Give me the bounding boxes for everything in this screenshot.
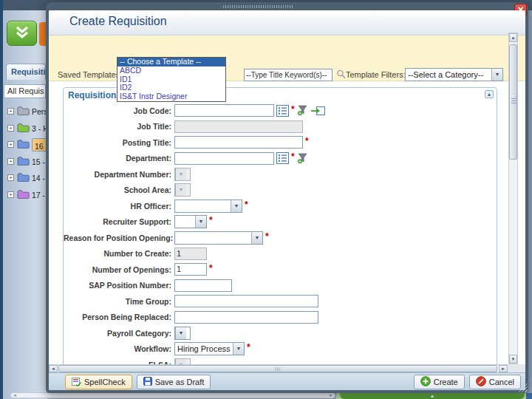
select-value bbox=[175, 216, 195, 228]
field-label: Person Being Replaced: bbox=[64, 313, 171, 321]
tree-item-label[interactable]: 15 - bbox=[32, 154, 45, 170]
dialog-drag-handle[interactable] bbox=[223, 5, 293, 8]
quick-actions-button[interactable] bbox=[7, 21, 37, 46]
requisition-form-area: Requisition Information ▲ Job Code:*Job … bbox=[49, 81, 525, 364]
requisitions-filter-select[interactable]: All Requis bbox=[4, 84, 46, 98]
select-value: Hiring Process bbox=[175, 343, 233, 355]
field-label: Posting Title: bbox=[64, 138, 171, 147]
bottom-dock-expand-tab[interactable]: ▲ bbox=[340, 393, 525, 399]
chevron-down-icon[interactable]: ▼ bbox=[491, 69, 502, 81]
chevron-down-icon[interactable]: ▼ bbox=[231, 200, 242, 212]
lookup-list-icon[interactable] bbox=[276, 152, 289, 164]
field-label: Reason for Position Opening: bbox=[64, 233, 171, 242]
chevron-down-icon[interactable]: ▼ bbox=[195, 216, 206, 228]
field-input[interactable] bbox=[174, 152, 274, 165]
field-label: Department Number: bbox=[64, 170, 171, 179]
template-filters-select[interactable]: --Select a Category-- ▼ bbox=[405, 68, 503, 81]
title-keyword-input[interactable]: --Type Title Keyword(s)-- bbox=[244, 69, 332, 81]
cancel-label: Cancel bbox=[489, 378, 514, 386]
scroll-down-icon[interactable]: ▼ bbox=[509, 355, 517, 364]
cancel-button[interactable]: Cancel bbox=[469, 375, 521, 389]
field-input[interactable] bbox=[174, 295, 318, 307]
scroll-up-icon[interactable]: ▲ bbox=[509, 33, 517, 42]
folder-icon bbox=[17, 189, 30, 199]
search-icon[interactable] bbox=[336, 69, 346, 81]
scrollbar-corner bbox=[508, 364, 525, 372]
dialog-horizontal-scrollbar[interactable]: ◄ ||| ► bbox=[49, 364, 508, 372]
save-as-draft-button[interactable]: Save as Draft bbox=[137, 375, 211, 389]
template-filters-value: --Select a Category-- bbox=[406, 69, 491, 81]
field-select[interactable]: ▼ bbox=[174, 215, 207, 228]
field-label: Time Group: bbox=[64, 297, 171, 306]
import-icon[interactable] bbox=[310, 106, 326, 116]
field-select[interactable]: ▼ bbox=[174, 231, 263, 245]
field-label: Number to Create: bbox=[64, 249, 171, 258]
scroll-left-icon[interactable]: ◄ bbox=[49, 365, 58, 372]
field-label: Department: bbox=[64, 154, 171, 163]
tree-item: +14 - bbox=[0, 170, 46, 186]
field-select[interactable]: ▼ bbox=[174, 327, 191, 340]
chevron-down-icon: ▼ bbox=[175, 359, 186, 365]
field-input[interactable] bbox=[174, 279, 232, 292]
tree-item: +17 - bbox=[0, 187, 46, 203]
field-label: School Area: bbox=[64, 185, 171, 194]
expand-icon[interactable]: + bbox=[7, 108, 14, 115]
field-input[interactable]: 1 bbox=[174, 263, 207, 276]
field-input[interactable] bbox=[174, 311, 318, 324]
vertical-scroll-thumb[interactable] bbox=[509, 44, 517, 160]
field-input[interactable] bbox=[174, 104, 274, 117]
required-asterisk: * bbox=[291, 104, 295, 115]
save-icon bbox=[143, 377, 152, 387]
expand-icon[interactable]: + bbox=[7, 125, 14, 132]
expand-icon[interactable]: + bbox=[7, 191, 14, 198]
tree-item-label[interactable]: 14 - bbox=[32, 170, 45, 186]
template-option[interactable]: ABCD bbox=[117, 66, 225, 75]
chevron-down-icon[interactable]: ▼ bbox=[175, 327, 186, 339]
template-option[interactable]: ID1 bbox=[117, 75, 225, 84]
spellcheck-button[interactable]: SpellCheck bbox=[65, 375, 132, 389]
lookup-list-icon[interactable] bbox=[276, 105, 289, 117]
required-asterisk: * bbox=[209, 215, 213, 225]
field-select: ▼ bbox=[174, 168, 191, 181]
funnel-add-icon[interactable] bbox=[297, 153, 308, 164]
spellcheck-label: SpellCheck bbox=[84, 378, 126, 386]
field-row: Number to Create:1 bbox=[64, 247, 207, 261]
requisitions-tree: +Perso+3 - H+16 -+15 -+14 -+17 - bbox=[0, 103, 46, 222]
save-as-draft-label: Save as Draft bbox=[155, 378, 205, 386]
spellcheck-icon bbox=[72, 377, 81, 388]
chevron-down-icon[interactable]: ▼ bbox=[233, 343, 244, 355]
field-label: Payroll Category: bbox=[64, 329, 171, 338]
tree-item-label[interactable]: 17 - bbox=[32, 187, 45, 203]
page-horizontal-scrollbar[interactable]: ◄► bbox=[10, 392, 335, 398]
field-label: Workflow: bbox=[64, 344, 171, 353]
page-corner bbox=[526, 393, 532, 399]
plus-circle-icon bbox=[420, 376, 431, 388]
collapse-section-icon[interactable]: ▲ bbox=[485, 90, 494, 98]
scroll-right-icon[interactable]: ► bbox=[329, 393, 333, 398]
template-option[interactable]: ID2 bbox=[117, 83, 225, 92]
field-row: Reason for Position Opening:▼* bbox=[64, 231, 269, 245]
folder-icon bbox=[17, 156, 30, 166]
template-option[interactable]: IS&T Instr Designer bbox=[117, 92, 225, 101]
field-input[interactable] bbox=[174, 136, 303, 149]
scroll-right-icon[interactable]: ► bbox=[499, 365, 508, 372]
dialog-vertical-scrollbar[interactable]: ▲ ▼ bbox=[508, 33, 518, 364]
field-select[interactable]: Hiring Process▼ bbox=[174, 342, 245, 355]
horizontal-scroll-thumb[interactable]: ||| bbox=[58, 365, 497, 372]
field-label: Recruiter Support: bbox=[64, 217, 171, 226]
required-asterisk: * bbox=[209, 263, 213, 273]
create-button[interactable]: Create bbox=[414, 375, 465, 389]
tree-item: +Perso bbox=[0, 103, 46, 120]
scroll-left-icon[interactable]: ◄ bbox=[13, 393, 17, 398]
field-input bbox=[174, 120, 303, 133]
field-select[interactable]: ▼ bbox=[174, 200, 242, 213]
funnel-add-icon[interactable] bbox=[297, 105, 308, 116]
chevron-down-icon[interactable]: ▼ bbox=[251, 232, 262, 244]
expand-icon[interactable]: + bbox=[7, 174, 14, 181]
template-option[interactable]: -- Choose a Template -- bbox=[117, 58, 225, 66]
expand-icon[interactable]: + bbox=[7, 158, 14, 165]
expand-icon[interactable]: + bbox=[7, 141, 14, 148]
field-row: School Area:▼ bbox=[64, 183, 191, 197]
tab-requisitions[interactable]: Requisiti bbox=[6, 64, 46, 80]
cancel-circle-icon bbox=[476, 376, 486, 388]
